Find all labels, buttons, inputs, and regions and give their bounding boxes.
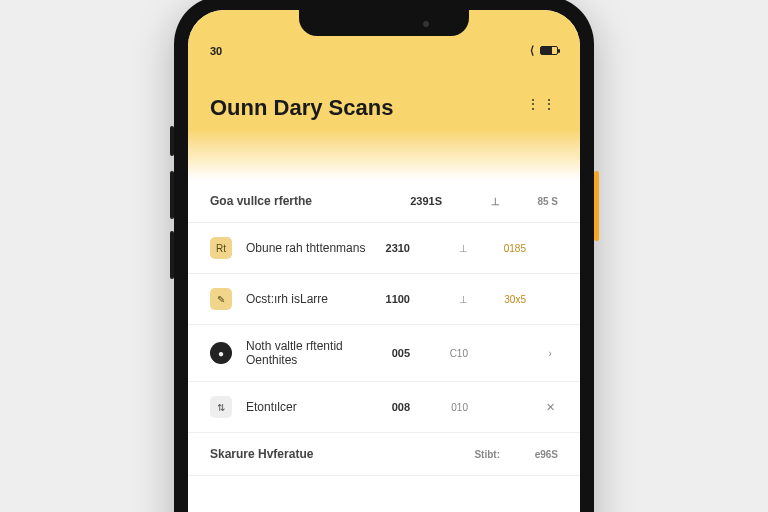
footer-col: e96S	[516, 449, 558, 460]
power-button[interactable]	[594, 171, 599, 241]
list-item[interactable]: ✎ Ocst:ırh isLarre 1100 ⊥ 30x5	[188, 274, 580, 325]
side-button[interactable]	[170, 126, 174, 156]
chevron-right-icon[interactable]: ›	[542, 347, 558, 359]
item-col: C10	[426, 348, 468, 359]
section-col-0: 2391S	[400, 195, 442, 207]
item-label: Etontılcer	[246, 400, 368, 414]
volume-down-button[interactable]	[170, 231, 174, 279]
status-bar: 30 ⟨	[210, 44, 558, 57]
screen: 30 ⟨ Ounn Dary Scans ⋮⋮ Goa vullce rfert…	[188, 10, 580, 512]
page-title: Ounn Dary Scans	[210, 95, 558, 121]
footer-row: Skarure Hvferatue Stibt: e96S	[188, 433, 580, 476]
volume-up-button[interactable]	[170, 171, 174, 219]
item-col: 1100	[368, 293, 410, 305]
notch	[299, 10, 469, 36]
section-label: Goa vullce rferthe	[210, 194, 400, 208]
item-icon: ●	[210, 342, 232, 364]
item-col: 005	[368, 347, 410, 359]
section-col-2: 85 S	[516, 196, 558, 207]
item-label: Obune rah thttenmans	[246, 241, 368, 255]
close-icon[interactable]: ✕	[542, 401, 558, 414]
list-item[interactable]: ● Noth valtle rftentid Oenthites 005 C10…	[188, 325, 580, 382]
item-col: 30x5	[484, 294, 526, 305]
item-icon: ⇅	[210, 396, 232, 418]
item-label: Ocst:ırh isLarre	[246, 292, 368, 306]
item-col: 008	[368, 401, 410, 413]
signal-icon: ⟨	[530, 44, 534, 57]
battery-icon	[540, 46, 558, 55]
item-col: ⊥	[426, 294, 468, 305]
list-item[interactable]: Rt Obune rah thttenmans 2310 ⊥ 0185	[188, 223, 580, 274]
list-item[interactable]: ⇅ Etontılcer 008 010 ✕	[188, 382, 580, 433]
footer-col: Stibt:	[458, 449, 500, 460]
item-label: Noth valtle rftentid Oenthites	[246, 339, 368, 367]
item-icon: ✎	[210, 288, 232, 310]
item-col: 010	[426, 402, 468, 413]
menu-icon[interactable]: ⋮⋮	[526, 96, 558, 112]
phone-frame: 30 ⟨ Ounn Dary Scans ⋮⋮ Goa vullce rfert…	[174, 0, 594, 512]
item-col: ⊥	[426, 243, 468, 254]
status-left: 30	[210, 45, 222, 57]
section-header: Goa vullce rferthe 2391S ⊥ 85 S	[188, 180, 580, 223]
footer-label: Skarure Hvferatue	[210, 447, 458, 461]
item-icon: Rt	[210, 237, 232, 259]
section-col-1: ⊥	[458, 196, 500, 207]
item-col: 2310	[368, 242, 410, 254]
item-col: 0185	[484, 243, 526, 254]
